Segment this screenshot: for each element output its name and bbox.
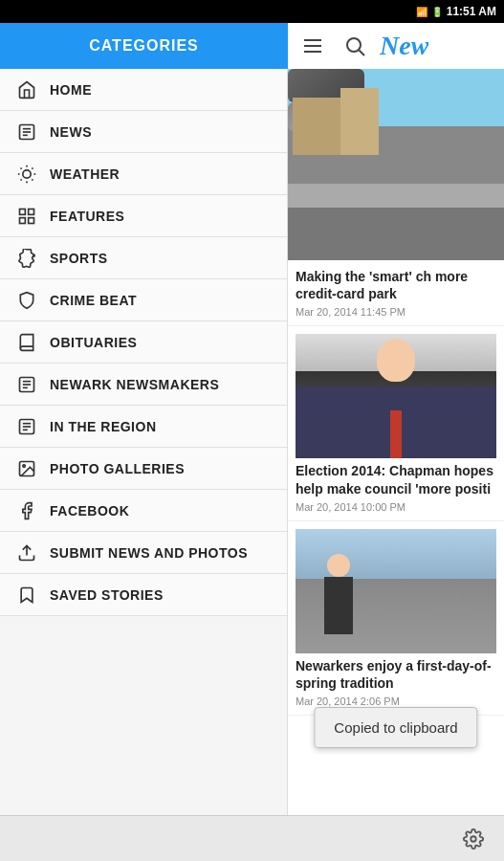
photo-galleries-icon bbox=[15, 457, 38, 480]
clipboard-toast-message: Copied to clipboard bbox=[334, 719, 457, 736]
building-1 bbox=[293, 98, 340, 155]
child-photo bbox=[296, 529, 496, 653]
right-panel: Making the 'smart' ch more credit-card p… bbox=[288, 69, 504, 815]
sidebar-item-photo-galleries[interactable]: PHOTO GALLERIES bbox=[0, 448, 287, 490]
svg-rect-19 bbox=[29, 209, 34, 214]
child-head bbox=[327, 554, 350, 577]
news-article-3-date: Mar 20, 2014 2:06 PM bbox=[296, 695, 496, 707]
child-figure bbox=[324, 577, 353, 634]
svg-point-33 bbox=[471, 836, 476, 842]
news-icon bbox=[15, 121, 38, 144]
sidebar-item-in-the-region[interactable]: IN THE REGION bbox=[0, 406, 287, 448]
svg-rect-21 bbox=[29, 217, 34, 223]
settings-button[interactable] bbox=[458, 824, 489, 854]
sidebar-item-in-the-region-label: IN THE REGION bbox=[50, 419, 157, 434]
weather-icon bbox=[15, 163, 38, 186]
facebook-icon bbox=[15, 499, 38, 522]
sidebar-item-news[interactable]: NEWS bbox=[0, 111, 287, 153]
svg-line-12 bbox=[21, 167, 22, 168]
sidebar-item-photo-galleries-label: PHOTO GALLERIES bbox=[50, 461, 185, 476]
crime-beat-icon bbox=[15, 289, 38, 312]
hero-image bbox=[288, 69, 504, 260]
news-article-2[interactable]: Election 2014: Chapman hopes help make c… bbox=[288, 326, 504, 520]
content-area: HOME NEWS bbox=[0, 69, 504, 815]
sidebar-item-crime-beat-label: CRIME BEAT bbox=[50, 293, 137, 308]
sidebar-item-features[interactable]: FEATURES bbox=[0, 195, 287, 237]
sidebar-item-weather[interactable]: WEATHER bbox=[0, 153, 287, 195]
sidebar-item-home-label: HOME bbox=[50, 82, 92, 98]
sidebar-item-weather-label: WEATHER bbox=[50, 166, 120, 182]
person-tie bbox=[390, 410, 402, 458]
news-article-1-date: Mar 20, 2014 11:45 PM bbox=[296, 306, 496, 318]
app-container: CATEGORIES New bbox=[0, 23, 504, 861]
news-article-2-date: Mar 20, 2014 10:00 PM bbox=[296, 501, 496, 513]
sidebar-item-sports[interactable]: SPORTS bbox=[0, 237, 287, 279]
in-the-region-icon bbox=[15, 415, 38, 438]
battery-icon: 🔋 bbox=[431, 7, 443, 17]
sidebar-item-saved-stories-label: SAVED STORIES bbox=[50, 587, 164, 603]
news-article-1-title: Making the 'smart' ch more credit-card p… bbox=[296, 268, 496, 302]
sidebar-item-features-label: FEATURES bbox=[50, 209, 124, 224]
home-icon bbox=[15, 78, 38, 101]
person-suit bbox=[296, 386, 496, 458]
saved-stories-icon bbox=[15, 584, 38, 607]
svg-point-31 bbox=[23, 464, 25, 467]
svg-line-13 bbox=[32, 179, 33, 180]
obituaries-icon bbox=[15, 331, 38, 354]
street-scene-image bbox=[288, 69, 504, 260]
person-head bbox=[377, 339, 415, 382]
categories-title: CATEGORIES bbox=[89, 37, 199, 55]
sports-icon bbox=[15, 247, 38, 270]
sidebar-item-saved-stories[interactable]: SAVED STORIES bbox=[0, 574, 287, 616]
sidebar-item-submit-news-label: SUBMIT NEWS AND PHOTOS bbox=[50, 545, 248, 561]
status-time: 11:51 AM bbox=[447, 5, 496, 18]
sidebar-item-newark-newsmakers-label: NEWARK NEWSMAKERS bbox=[50, 377, 219, 392]
newark-newsmakers-icon bbox=[15, 373, 38, 396]
sidebar-item-obituaries-label: OBITUARIES bbox=[50, 335, 137, 350]
sidebar-item-obituaries[interactable]: OBITUARIES bbox=[0, 321, 287, 364]
menu-button[interactable] bbox=[296, 29, 330, 63]
svg-point-3 bbox=[347, 38, 361, 52]
road bbox=[288, 208, 504, 260]
bottom-bar bbox=[0, 815, 504, 861]
sidebar-item-facebook-label: FACEBOOK bbox=[50, 503, 129, 519]
header-right: New bbox=[288, 23, 504, 69]
search-button[interactable] bbox=[338, 29, 372, 63]
sidebar: HOME NEWS bbox=[0, 69, 288, 815]
svg-point-9 bbox=[23, 169, 31, 177]
sidebar-item-facebook[interactable]: FACEBOOK bbox=[0, 490, 287, 532]
building-2 bbox=[340, 88, 379, 155]
features-icon bbox=[15, 205, 38, 228]
header: CATEGORIES New bbox=[0, 23, 504, 69]
svg-line-16 bbox=[21, 179, 22, 180]
svg-rect-18 bbox=[20, 209, 26, 214]
sidebar-item-news-label: NEWS bbox=[50, 124, 92, 140]
svg-line-4 bbox=[360, 51, 365, 56]
submit-news-icon bbox=[15, 541, 38, 564]
svg-rect-20 bbox=[20, 217, 26, 223]
signal-icon: 📶 bbox=[416, 7, 427, 17]
news-article-2-title: Election 2014: Chapman hopes help make c… bbox=[296, 462, 496, 497]
sidebar-item-submit-news[interactable]: SUBMIT NEWS AND PHOTOS bbox=[0, 532, 287, 574]
status-bar: 📶 🔋 11:51 AM bbox=[0, 0, 504, 23]
news-article-1[interactable]: Making the 'smart' ch more credit-card p… bbox=[288, 260, 504, 326]
sidebar-item-sports-label: SPORTS bbox=[50, 251, 108, 266]
news-title: New bbox=[380, 31, 428, 61]
news-article-3[interactable]: Newarkers enjoy a first-day-of- spring t… bbox=[288, 521, 504, 716]
clipboard-toast: Copied to clipboard bbox=[314, 707, 477, 748]
news-article-2-image bbox=[296, 334, 496, 458]
news-article-3-image bbox=[296, 529, 496, 653]
news-article-3-title: Newarkers enjoy a first-day-of- spring t… bbox=[296, 657, 496, 692]
person-photo bbox=[296, 334, 496, 458]
status-icons: 📶 🔋 11:51 AM bbox=[416, 5, 496, 18]
sidebar-item-home[interactable]: HOME bbox=[0, 69, 287, 111]
sidebar-item-crime-beat[interactable]: CRIME BEAT bbox=[0, 279, 287, 321]
svg-line-17 bbox=[32, 167, 33, 168]
sidebar-item-newark-newsmakers[interactable]: NEWARK NEWSMAKERS bbox=[0, 364, 287, 406]
header-categories: CATEGORIES bbox=[0, 23, 288, 69]
